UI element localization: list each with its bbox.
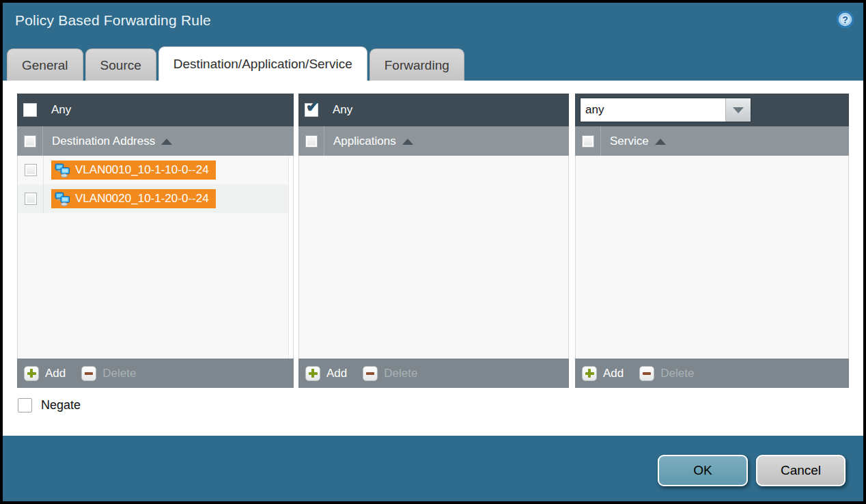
destination-add-button[interactable]: Add	[45, 367, 66, 380]
applications-any-checkbox[interactable]: ✔	[305, 103, 318, 117]
tab-general[interactable]: General	[7, 48, 83, 81]
tab-bar: General Source Destination/Application/S…	[7, 46, 464, 81]
minus-icon[interactable]	[639, 366, 654, 381]
sort-ascending-icon	[161, 139, 172, 145]
divider	[324, 126, 324, 156]
destination-select-all-checkbox[interactable]	[24, 135, 36, 148]
service-dropdown-bar	[575, 94, 849, 126]
destination-address-list: VLAN0010_10-1-10-0--24	[17, 156, 294, 359]
divider	[43, 156, 44, 184]
destination-any-label: Any	[51, 103, 71, 117]
policy-based-forwarding-dialog: Policy Based Forwarding Rule ? General S…	[0, 0, 866, 504]
negate-option: ✔ Negate	[18, 398, 81, 412]
applications-header-label: Applications	[333, 135, 396, 148]
checkmark-icon: ✔	[306, 98, 320, 115]
sort-ascending-icon	[655, 139, 666, 145]
service-add-button[interactable]: Add	[603, 367, 624, 380]
network-address-icon	[55, 163, 70, 178]
list-item[interactable]: VLAN0010_10-1-10-0--24	[18, 156, 293, 184]
tab-source[interactable]: Source	[85, 48, 156, 81]
applications-header[interactable]: Applications	[298, 126, 569, 156]
destination-address-header-label: Destination Address	[52, 135, 155, 148]
negate-checkbox[interactable]: ✔	[18, 398, 32, 412]
destination-any-checkbox[interactable]: ✔	[23, 103, 37, 117]
service-select-all-checkbox[interactable]	[582, 135, 594, 148]
sort-ascending-icon	[402, 139, 413, 145]
divider	[42, 126, 43, 156]
plus-icon[interactable]	[582, 366, 597, 381]
plus-icon[interactable]	[24, 366, 39, 381]
destination-any-bar: ✔ Any	[17, 94, 294, 126]
address-object-tag[interactable]: VLAN0010_10-1-10-0--24	[51, 160, 216, 180]
address-object-tag[interactable]: VLAN0020_10-1-20-0--24	[51, 189, 216, 208]
tab-content-panel: ✔ Any Destination Address	[3, 81, 863, 436]
destination-footer-bar: Add Delete	[17, 359, 294, 388]
row-checkbox[interactable]	[25, 193, 37, 205]
service-delete-button[interactable]: Delete	[660, 367, 694, 380]
service-footer-bar: Add Delete	[575, 359, 849, 388]
chevron-down-icon	[733, 107, 744, 113]
applications-list	[298, 156, 569, 359]
applications-footer-bar: Add Delete	[298, 359, 569, 388]
dialog-title: Policy Based Forwarding Rule	[15, 12, 211, 29]
service-dropdown-input[interactable]	[581, 98, 725, 122]
minus-icon[interactable]	[363, 366, 378, 381]
service-header[interactable]: Service	[575, 126, 849, 156]
applications-any-bar: ✔ Any	[298, 94, 569, 126]
minus-icon[interactable]	[81, 366, 96, 381]
negate-label: Negate	[41, 398, 81, 412]
divider	[43, 184, 44, 213]
applications-any-label: Any	[333, 103, 352, 117]
tab-forwarding[interactable]: Forwarding	[369, 48, 464, 81]
service-header-label: Service	[610, 135, 649, 148]
address-object-label: VLAN0010_10-1-10-0--24	[75, 163, 209, 177]
service-list	[575, 156, 849, 359]
tab-destination-application-service[interactable]: Destination/Application/Service	[158, 46, 367, 81]
applications-column: ✔ Any Applications Add Delete	[298, 94, 569, 388]
help-icon[interactable]: ?	[836, 10, 854, 29]
destination-address-header[interactable]: Destination Address	[17, 126, 294, 156]
ok-button[interactable]: OK	[658, 455, 748, 486]
destination-delete-button[interactable]: Delete	[102, 367, 136, 380]
scrollbar-track[interactable]	[288, 156, 293, 359]
service-dropdown-button[interactable]	[725, 98, 751, 122]
applications-add-button[interactable]: Add	[326, 367, 347, 380]
plus-icon[interactable]	[305, 366, 320, 381]
divider	[600, 126, 601, 156]
list-item[interactable]: VLAN0020_10-1-20-0--24	[18, 184, 293, 213]
row-checkbox[interactable]	[25, 164, 37, 176]
service-dropdown	[580, 98, 751, 122]
destination-address-column: ✔ Any Destination Address	[17, 94, 294, 388]
svg-text:?: ?	[842, 14, 848, 25]
service-column: Service Add Delete	[575, 94, 849, 388]
address-object-label: VLAN0020_10-1-20-0--24	[75, 192, 209, 206]
applications-delete-button[interactable]: Delete	[384, 367, 417, 380]
network-address-icon	[55, 192, 70, 206]
cancel-button[interactable]: Cancel	[756, 455, 846, 486]
applications-select-all-checkbox[interactable]	[305, 135, 318, 148]
